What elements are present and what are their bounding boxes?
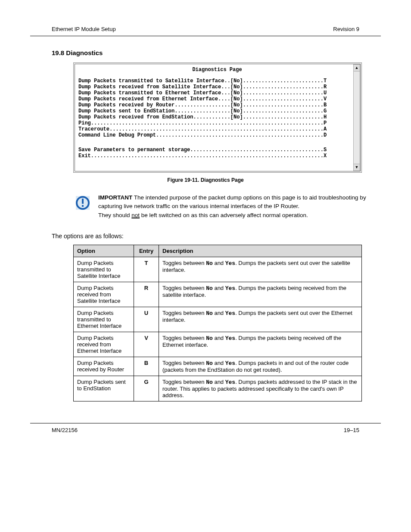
hotkey: V [144, 335, 148, 341]
options-intro: The options are as follows: [52, 233, 381, 240]
terminal-line: Dump Packets transmitted to Ethernet Int… [78, 90, 356, 96]
table-row: Dump Packets received from Satellite Int… [74, 282, 362, 307]
th-option: Option [74, 245, 134, 257]
cell-entry: R [134, 282, 159, 307]
terminal-line: Save Parameters to permanent storage....… [78, 147, 356, 153]
table-row: Dump Packets transmitted to Satellite In… [74, 257, 362, 282]
value-no: No [206, 360, 213, 367]
terminal-line: Dump Packets transmitted to Satellite In… [78, 78, 356, 84]
cell-option: Dump Packets transmitted to Satellite In… [74, 257, 134, 282]
value-yes: Yes [225, 360, 235, 367]
th-description: Description [159, 245, 362, 257]
cell-option: Dump Packets received from Ethernet Inte… [74, 332, 134, 357]
header-left: Ethernet IP Module Setup [52, 26, 116, 32]
important-icon [73, 193, 92, 212]
table-row: Dump Packets received by RouterBToggles … [74, 357, 362, 376]
cell-description: Toggles between No and Yes. Dumps the pa… [159, 257, 362, 282]
terminal-line: Command Line Debug Prompt...............… [78, 132, 356, 138]
terminal-line: Ping....................................… [78, 120, 356, 126]
cell-option: Dump Packets sent to EndStation [74, 376, 134, 401]
terminal-line: Exit....................................… [78, 153, 356, 159]
cell-entry: V [134, 332, 159, 357]
table-row: Dump Packets sent to EndStationGToggles … [74, 376, 362, 401]
value-no: No [206, 310, 213, 317]
cell-description: Toggles between No and Yes. Dumps the pa… [159, 282, 362, 307]
terminal-screenshot: ▲ ▼ Diagnostics Page Dump Packets transm… [73, 62, 362, 173]
cell-description: Toggles between No and Yes. Dumps packet… [159, 357, 362, 376]
cell-entry: U [134, 307, 159, 332]
cell-description: Toggles between No and Yes. Dumps the pa… [159, 332, 362, 357]
hotkey: U [144, 310, 148, 316]
important-note: IMPORTANT The intended purpose of the pa… [73, 193, 381, 220]
hotkey: T [145, 260, 148, 266]
scrollbar[interactable]: ▲ ▼ [353, 64, 360, 171]
value-no: No [206, 379, 213, 386]
cell-entry: B [134, 357, 159, 376]
value-yes: Yes [225, 379, 235, 386]
scroll-up-icon[interactable]: ▲ [354, 65, 360, 72]
terminal-line: Dump Packets received from Satellite Int… [78, 84, 356, 90]
cell-entry: G [134, 376, 159, 401]
note-not-underlined: not [131, 212, 140, 218]
value-yes: Yes [225, 285, 235, 292]
value-no: No [206, 285, 213, 292]
note-sentence-1: The intended purpose of the packet dump … [98, 194, 366, 209]
value-yes: Yes [225, 310, 235, 317]
terminal-title: Diagnostics Page [78, 67, 356, 73]
section-heading: 19.8 Diagnostics [52, 49, 381, 56]
cell-option: Dump Packets received from Satellite Int… [74, 282, 134, 307]
terminal-line: Dump Packets received from EndStation...… [78, 114, 356, 120]
value-yes: Yes [225, 260, 235, 267]
footer-right: 19–15 [344, 427, 359, 433]
cell-description: Toggles between No and Yes. Dumps packet… [159, 376, 362, 401]
scroll-down-icon[interactable]: ▼ [354, 164, 360, 171]
header-right: Revision 9 [333, 26, 359, 32]
page-footer: MN/22156 19–15 [30, 423, 381, 433]
footer-left: MN/22156 [52, 427, 78, 433]
hotkey: R [144, 285, 148, 291]
table-row: Dump Packets received from Ethernet Inte… [74, 332, 362, 357]
value-no: No [206, 335, 213, 342]
hotkey: G [144, 379, 148, 385]
hotkey: B [144, 360, 148, 366]
note-sentence-2b: be left switched on as this can adversel… [140, 212, 308, 218]
important-label: IMPORTANT [98, 194, 132, 201]
options-table: Option Entry Description Dump Packets tr… [73, 245, 362, 401]
terminal-line: Dump Packets received from Ethernet Inte… [78, 96, 356, 102]
figure-caption: Figure 19-11. Diagnostics Page [30, 177, 381, 183]
th-entry: Entry [134, 245, 159, 257]
value-yes: Yes [225, 335, 235, 342]
cell-description: Toggles between No and Yes. Dumps the pa… [159, 307, 362, 332]
cell-entry: T [134, 257, 159, 282]
note-sentence-2a: They should [98, 212, 131, 218]
terminal-line: Traceroute..............................… [78, 126, 356, 132]
svg-rect-3 [82, 205, 84, 207]
svg-rect-2 [82, 199, 84, 204]
cell-option: Dump Packets transmitted to Ethernet Int… [74, 307, 134, 332]
terminal-line: Dump Packets sent to EndStation.........… [78, 108, 356, 114]
page-header: Ethernet IP Module Setup Revision 9 [30, 26, 381, 36]
table-row: Dump Packets transmitted to Ethernet Int… [74, 307, 362, 332]
terminal-line: Dump Packets received by Router.........… [78, 102, 356, 108]
table-header-row: Option Entry Description [74, 245, 362, 257]
value-no: No [206, 260, 213, 267]
cell-option: Dump Packets received by Router [74, 357, 134, 376]
